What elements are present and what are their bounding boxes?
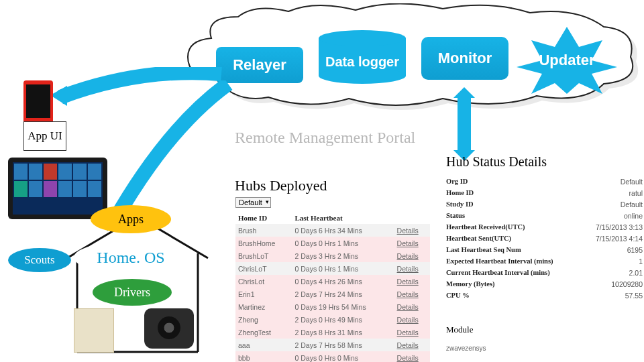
cell-heartbeat: 0 Days 6 Hrs 34 Mins [292,224,394,237]
kv-key: Status [446,212,465,220]
table-row: aaa2 Days 7 Hrs 58 MinsDetails [235,339,430,351]
relayer-label: Relayer [233,56,286,74]
filter-dropdown[interactable]: Default [235,197,271,208]
cell-home-id: Erin1 [235,288,292,300]
table-row: bbb0 Days 0 Hrs 0 MinsDetails [235,351,430,362]
details-link[interactable]: Details [397,278,419,286]
kv-value: 6195 [627,246,643,254]
details-link[interactable]: Details [397,252,419,260]
kv-key: Home ID [446,189,474,197]
cell-home-id: ChrisLot [235,275,292,288]
kv-row: Expected Heartbeat Interval (mins)1 [446,255,643,267]
cell-home-id: Zheng [235,313,292,326]
details-link[interactable]: Details [397,239,419,247]
homeos-label: Home. OS [97,249,164,267]
camera-device-icon [144,308,194,349]
hubs-deployed-title: Hubs Deployed [235,177,327,194]
monitor-label: Monitor [438,50,492,67]
kv-row: Study IDDefault [446,198,643,210]
col-heartbeat: Last Heartbeat [292,212,394,224]
col-home: Home ID [235,212,292,224]
sensor-device-icon [74,308,114,353]
cell-heartbeat: 0 Days 0 Hrs 0 Mins [292,351,394,362]
details-link[interactable]: Details [397,227,419,235]
details-link[interactable]: Details [397,303,419,311]
kv-row: Last Heartbeat Seq Num6195 [446,244,643,255]
details-link[interactable]: Details [397,328,419,337]
drivers-label: Drivers [114,286,150,300]
monitor-box: Monitor [421,37,508,80]
updater-label: Updater [539,52,594,69]
cell-heartbeat: 0 Days 0 Hrs 1 Mins [292,262,394,275]
apps-oval: Apps [91,205,171,233]
status-title: Hub Status Details [446,154,547,170]
portal-title: Remote Management Portal [235,129,415,147]
kv-key: Current Heartbeat Interval (mins) [446,269,550,277]
cell-home-id: Martinez [235,300,292,313]
svg-rect-3 [458,95,471,153]
svg-marker-4 [453,87,475,98]
datalogger-label: Data logger [325,45,399,69]
cell-home-id: aaa [235,339,292,351]
table-row: Martinez0 Days 19 Hrs 54 MinsDetails [235,300,430,313]
kv-row: Heartbeat Received(UTC)7/15/2013 3:13 [446,221,643,233]
cell-heartbeat: 0 Days 19 Hrs 54 Mins [292,300,394,313]
kv-row: Statusonline [446,210,643,221]
homeos-oval: Home. OS [74,241,188,274]
kv-value: Default [621,200,643,208]
kv-key: Expected Heartbeat Interval (mins) [446,257,553,265]
kv-value: 7/15/2013 4:14 [596,235,643,243]
kv-value: 1 [639,257,643,265]
module-label: Module [446,324,473,335]
cell-home-id: bbb [235,351,292,362]
kv-value: 2.01 [629,269,643,277]
table-row: BrushHome0 Days 0 Hrs 1 MinsDetails [235,237,430,249]
kv-key: Study ID [446,200,474,208]
cell-home-id: BrushLoT [235,249,292,262]
kv-key: Org ID [446,178,468,186]
scouts-label: Scouts [24,253,54,267]
cell-home-id: ZhengTest [235,326,292,339]
scouts-oval: Scouts [8,248,71,272]
kv-value: online [624,212,643,220]
cell-heartbeat: 2 Days 8 Hrs 31 Mins [292,326,394,339]
kv-key: Memory (Bytes) [446,280,495,288]
table-row: ChrisLot0 Days 4 Hrs 26 MinsDetails [235,275,430,288]
cell-home-id: Brush [235,224,292,237]
kv-row: CPU %57.55 [446,290,643,301]
kv-row: Memory (Bytes)10209280 [446,278,643,290]
module-value: zwavezensys [446,345,486,352]
apps-label: Apps [118,213,144,227]
kv-key: Heartbeat Received(UTC) [446,223,525,231]
status-kv-list: Org IDDefaultHome IDratulStudy IDDefault… [446,176,643,301]
table-row: Brush0 Days 6 Hrs 34 MinsDetails [235,224,430,237]
table-row: ZhengTest2 Days 8 Hrs 31 MinsDetails [235,326,430,339]
datalogger-cylinder: Data logger [319,30,406,84]
details-link[interactable]: Details [397,316,419,324]
table-row: Zheng2 Days 0 Hrs 49 MinsDetails [235,313,430,326]
table-row: Erin12 Days 7 Hrs 24 MinsDetails [235,288,430,300]
cell-heartbeat: 0 Days 4 Hrs 26 Mins [292,275,394,288]
kv-key: CPU % [446,292,470,300]
details-link[interactable]: Details [397,290,419,298]
drivers-oval: Drivers [93,279,172,306]
kv-key: Heartbeat Sent(UTC) [446,235,511,243]
kv-row: Heartbeat Sent(UTC)7/15/2013 4:14 [446,233,643,244]
cell-home-id: ChrisLoT [235,262,292,275]
kv-row: Home IDratul [446,187,643,198]
cell-home-id: BrushHome [235,237,292,249]
kv-row: Org IDDefault [446,176,643,187]
kv-value: 7/15/2013 3:13 [596,223,643,231]
arrow-monitor-portal [451,87,478,161]
table-row: BrushLoT2 Days 3 Hrs 2 MinsDetails [235,249,430,262]
details-link[interactable]: Details [397,341,419,349]
cell-heartbeat: 2 Days 3 Hrs 2 Mins [292,249,394,262]
details-link[interactable]: Details [397,265,419,273]
kv-row: Current Heartbeat Interval (mins)2.01 [446,267,643,278]
hubs-table: Home ID Last Heartbeat Brush0 Days 6 Hrs… [235,212,430,362]
details-link[interactable]: Details [397,354,419,362]
cell-heartbeat: 2 Days 7 Hrs 24 Mins [292,288,394,300]
tablet-icon [8,158,107,219]
kv-value: 57.55 [625,292,643,300]
appui-box: App UI [23,121,66,151]
